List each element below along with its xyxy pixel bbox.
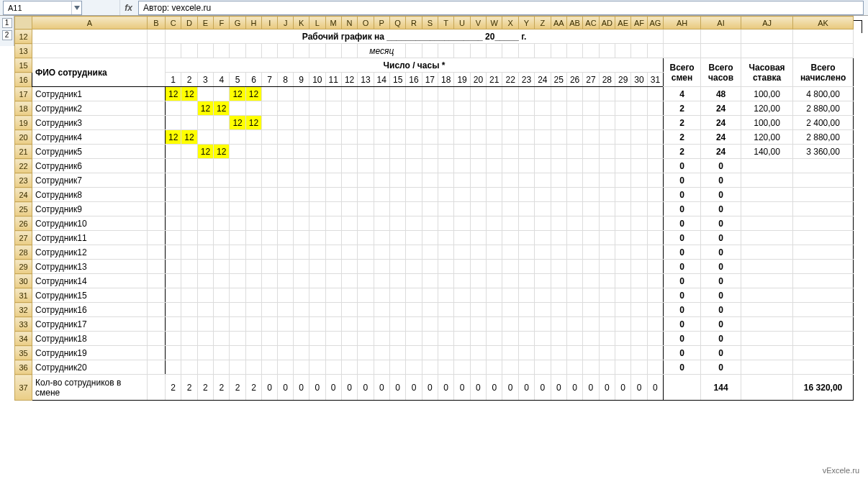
day-cell[interactable] bbox=[374, 288, 389, 303]
header-day-number[interactable]: 9 bbox=[294, 73, 309, 87]
day-cell[interactable] bbox=[309, 202, 325, 216]
day-cell[interactable] bbox=[535, 303, 551, 317]
day-cell[interactable] bbox=[647, 332, 663, 346]
column-header[interactable]: AF bbox=[631, 17, 647, 29]
day-cell[interactable] bbox=[566, 130, 582, 145]
rate-cell[interactable] bbox=[741, 346, 793, 360]
day-cell[interactable] bbox=[181, 274, 197, 288]
day-cell[interactable] bbox=[278, 145, 294, 159]
day-cell[interactable] bbox=[551, 260, 566, 274]
employee-name-cell[interactable]: Сотрудник5 bbox=[32, 145, 148, 159]
day-cell[interactable] bbox=[535, 101, 551, 116]
day-cell[interactable] bbox=[341, 116, 357, 130]
day-cell[interactable] bbox=[341, 216, 357, 231]
day-cell[interactable] bbox=[389, 346, 405, 360]
employee-name-cell[interactable]: Сотрудник11 bbox=[32, 231, 148, 245]
day-cell[interactable] bbox=[262, 274, 278, 288]
cell[interactable] bbox=[148, 159, 166, 173]
header-day-number[interactable]: 22 bbox=[502, 73, 518, 87]
day-cell[interactable] bbox=[389, 332, 405, 346]
cell[interactable] bbox=[741, 375, 793, 401]
day-cell[interactable] bbox=[615, 87, 630, 101]
day-cell[interactable] bbox=[230, 216, 245, 231]
day-cell[interactable] bbox=[647, 188, 663, 202]
cell[interactable] bbox=[631, 44, 647, 58]
day-cell[interactable] bbox=[599, 101, 615, 116]
header-total[interactable]: Всего смен bbox=[664, 58, 701, 87]
cell[interactable] bbox=[741, 44, 793, 58]
rate-cell[interactable] bbox=[741, 288, 793, 303]
total-hours-cell[interactable]: 0 bbox=[701, 173, 741, 188]
day-cell[interactable] bbox=[551, 173, 566, 188]
day-cell[interactable] bbox=[166, 288, 181, 303]
day-cell[interactable] bbox=[406, 216, 422, 231]
footer-day-count[interactable]: 0 bbox=[389, 375, 405, 401]
day-cell[interactable] bbox=[262, 260, 278, 274]
cell[interactable] bbox=[148, 375, 166, 401]
day-cell[interactable] bbox=[294, 245, 309, 260]
footer-day-count[interactable]: 0 bbox=[599, 375, 615, 401]
day-cell[interactable] bbox=[341, 317, 357, 332]
day-cell[interactable] bbox=[487, 317, 502, 332]
day-cell[interactable] bbox=[197, 159, 213, 173]
total-pay-cell[interactable]: 3 360,00 bbox=[793, 145, 854, 159]
day-cell[interactable] bbox=[487, 260, 502, 274]
day-cell[interactable] bbox=[599, 317, 615, 332]
day-cell[interactable] bbox=[502, 188, 518, 202]
total-hours-cell[interactable]: 0 bbox=[701, 216, 741, 231]
header-day-number[interactable]: 31 bbox=[647, 73, 663, 87]
day-cell[interactable] bbox=[487, 101, 502, 116]
day-cell[interactable] bbox=[278, 346, 294, 360]
day-cell[interactable] bbox=[647, 130, 663, 145]
day-cell[interactable] bbox=[406, 360, 422, 375]
day-cell[interactable] bbox=[406, 130, 422, 145]
cell[interactable] bbox=[148, 87, 166, 101]
total-hours-cell[interactable]: 0 bbox=[701, 245, 741, 260]
day-cell[interactable]: 12 bbox=[214, 145, 230, 159]
day-cell[interactable] bbox=[374, 346, 389, 360]
footer-day-count[interactable]: 0 bbox=[470, 375, 486, 401]
column-header[interactable]: I bbox=[262, 17, 278, 29]
day-cell[interactable] bbox=[535, 130, 551, 145]
day-cell[interactable] bbox=[325, 188, 341, 202]
day-cell[interactable] bbox=[358, 116, 374, 130]
day-cell[interactable] bbox=[278, 216, 294, 231]
day-cell[interactable] bbox=[358, 245, 374, 260]
day-cell[interactable] bbox=[438, 159, 454, 173]
rate-cell[interactable] bbox=[741, 231, 793, 245]
day-cell[interactable] bbox=[487, 332, 502, 346]
day-cell[interactable] bbox=[406, 346, 422, 360]
employee-name-cell[interactable]: Сотрудник20 bbox=[32, 360, 148, 375]
day-cell[interactable] bbox=[406, 288, 422, 303]
cell[interactable] bbox=[551, 44, 566, 58]
cell[interactable] bbox=[148, 173, 166, 188]
day-cell[interactable] bbox=[374, 159, 389, 173]
day-cell[interactable] bbox=[438, 188, 454, 202]
total-shifts-cell[interactable]: 0 bbox=[664, 303, 701, 317]
row-header[interactable]: 36 bbox=[15, 360, 32, 375]
day-cell[interactable] bbox=[245, 130, 261, 145]
day-cell[interactable] bbox=[438, 360, 454, 375]
cell[interactable] bbox=[309, 44, 325, 58]
day-cell[interactable] bbox=[615, 360, 630, 375]
day-cell[interactable] bbox=[470, 332, 486, 346]
day-cell[interactable] bbox=[551, 360, 566, 375]
day-cell[interactable] bbox=[341, 360, 357, 375]
spreadsheet-grid[interactable]: ABCDEFGHIJKLMNOPQRSTUVWXYZAAABACADAEAFAG… bbox=[14, 16, 854, 401]
day-cell[interactable] bbox=[262, 303, 278, 317]
column-header[interactable]: AK bbox=[793, 17, 854, 29]
row-header[interactable]: 30 bbox=[15, 274, 32, 288]
day-cell[interactable] bbox=[551, 159, 566, 173]
day-cell[interactable] bbox=[454, 231, 470, 245]
day-cell[interactable] bbox=[535, 346, 551, 360]
day-cell[interactable] bbox=[566, 303, 582, 317]
day-cell[interactable] bbox=[454, 159, 470, 173]
day-cell[interactable] bbox=[325, 346, 341, 360]
day-cell[interactable] bbox=[518, 245, 534, 260]
day-cell[interactable] bbox=[470, 274, 486, 288]
subtitle-month[interactable]: месяц bbox=[358, 44, 406, 58]
header-day-number[interactable]: 11 bbox=[325, 73, 341, 87]
day-cell[interactable] bbox=[197, 216, 213, 231]
day-cell[interactable] bbox=[518, 101, 534, 116]
day-cell[interactable] bbox=[647, 145, 663, 159]
